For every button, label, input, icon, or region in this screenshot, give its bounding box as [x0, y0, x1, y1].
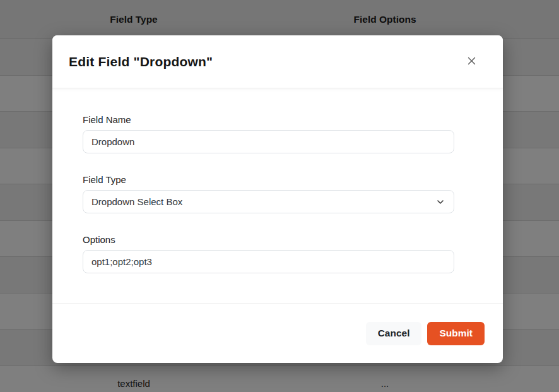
- field-name-group: Field Name: [83, 114, 454, 153]
- field-type-group: Field Type Dropdown Select Box: [83, 174, 454, 213]
- options-group: Options: [83, 234, 454, 273]
- field-name-label: Field Name: [83, 114, 454, 126]
- cancel-button[interactable]: Cancel: [366, 322, 422, 345]
- edit-field-modal: Edit Field "Dropdown" Field Name Field T…: [52, 35, 503, 363]
- modal-title: Edit Field "Dropdown": [69, 54, 213, 69]
- modal-body: Field Name Field Type Dropdown Select Bo…: [52, 88, 503, 303]
- close-icon: [466, 56, 477, 68]
- field-type-select-value: Dropdown Select Box: [91, 196, 182, 207]
- close-button[interactable]: [462, 53, 480, 71]
- field-type-label: Field Type: [83, 174, 454, 186]
- submit-button[interactable]: Submit: [427, 322, 485, 345]
- modal-header: Edit Field "Dropdown": [52, 35, 503, 88]
- field-name-input[interactable]: [83, 130, 454, 153]
- options-label: Options: [83, 234, 454, 246]
- field-type-select[interactable]: Dropdown Select Box: [83, 190, 454, 213]
- modal-footer: Cancel Submit: [52, 303, 503, 363]
- options-input[interactable]: [83, 250, 454, 273]
- chevron-down-icon: [435, 197, 445, 207]
